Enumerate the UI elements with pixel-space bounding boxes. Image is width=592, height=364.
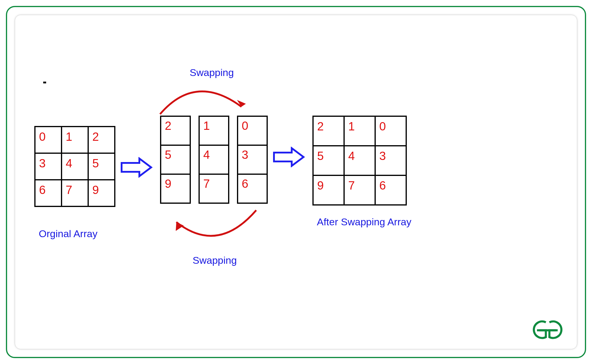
cell: 3 (238, 145, 267, 174)
inner-frame: Swapping 0 1 2 3 4 5 6 7 9 Orginal Array… (15, 15, 577, 349)
cell: 7 (344, 175, 375, 205)
swap-arrow-top (151, 79, 255, 117)
cell: 3 (35, 153, 62, 180)
cell: 1 (62, 127, 88, 153)
cell: 2 (161, 116, 190, 145)
cell: 9 (88, 180, 115, 206)
cell: 5 (88, 153, 115, 180)
cell: 6 (238, 174, 267, 203)
cell: 7 (62, 180, 88, 206)
cell: 1 (344, 116, 375, 146)
mid-column-right: 0 3 6 (237, 116, 268, 204)
cell: 6 (375, 175, 406, 205)
cell: 4 (62, 153, 88, 180)
cell: 9 (313, 175, 344, 205)
cell: 0 (375, 116, 406, 146)
cell: 2 (88, 127, 115, 153)
cell: 2 (313, 116, 344, 146)
mid-column-left: 2 5 9 (160, 116, 191, 204)
gfg-logo-icon (528, 318, 567, 342)
original-matrix: 0 1 2 3 4 5 6 7 9 (34, 126, 115, 207)
cell: 0 (238, 116, 267, 145)
decoration-dot (43, 82, 46, 83)
cell: 7 (199, 174, 229, 203)
cell: 0 (35, 127, 62, 153)
cell: 4 (199, 145, 229, 174)
cell: 6 (35, 180, 62, 206)
after-matrix: 2 1 0 5 4 3 9 7 6 (312, 116, 407, 206)
swapping-bottom-label: Swapping (193, 255, 237, 266)
swap-arrow-bottom (162, 207, 262, 252)
cell: 3 (375, 146, 406, 175)
swapping-top-label: Swapping (190, 67, 234, 78)
arrow-2 (272, 147, 305, 167)
after-swap-label: After Swapping Array (317, 216, 411, 228)
mid-column-center: 1 4 7 (199, 116, 229, 204)
arrow-1 (120, 157, 153, 178)
cell: 9 (161, 174, 190, 203)
cell: 1 (199, 116, 229, 145)
cell: 5 (161, 145, 190, 174)
cell: 4 (344, 146, 375, 175)
cell: 5 (313, 146, 344, 175)
svg-marker-0 (237, 100, 246, 107)
original-array-label: Orginal Array (39, 228, 97, 240)
